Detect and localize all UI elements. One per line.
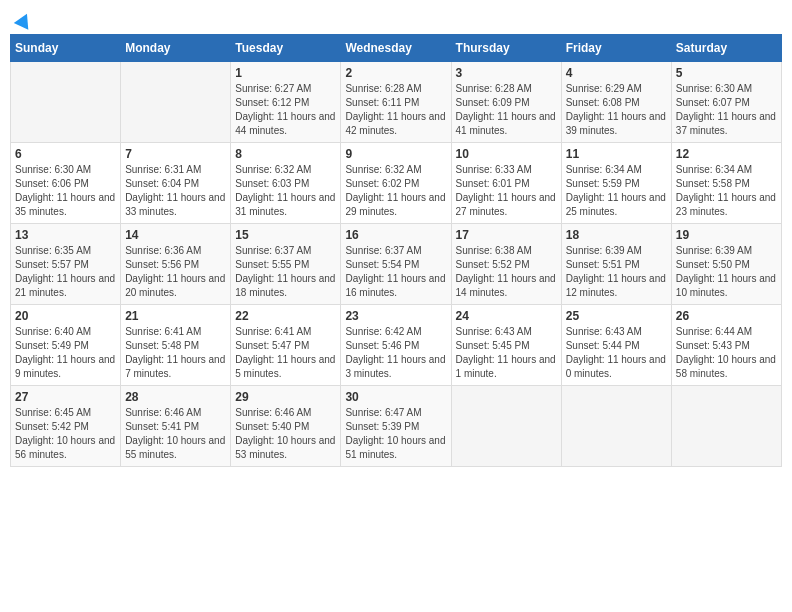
calendar-cell: 15Sunrise: 6:37 AMSunset: 5:55 PMDayligh… [231,223,341,304]
day-number: 13 [15,228,116,242]
day-number: 5 [676,66,777,80]
calendar-cell [561,385,671,466]
day-number: 28 [125,390,226,404]
day-header-friday: Friday [561,34,671,61]
day-number: 27 [15,390,116,404]
cell-content: Sunrise: 6:37 AMSunset: 5:55 PMDaylight:… [235,244,336,300]
calendar-cell: 21Sunrise: 6:41 AMSunset: 5:48 PMDayligh… [121,304,231,385]
cell-content: Sunrise: 6:46 AMSunset: 5:40 PMDaylight:… [235,406,336,462]
day-number: 3 [456,66,557,80]
cell-content: Sunrise: 6:37 AMSunset: 5:54 PMDaylight:… [345,244,446,300]
calendar-cell: 20Sunrise: 6:40 AMSunset: 5:49 PMDayligh… [11,304,121,385]
cell-content: Sunrise: 6:29 AMSunset: 6:08 PMDaylight:… [566,82,667,138]
calendar-cell: 23Sunrise: 6:42 AMSunset: 5:46 PMDayligh… [341,304,451,385]
calendar-cell: 3Sunrise: 6:28 AMSunset: 6:09 PMDaylight… [451,61,561,142]
cell-content: Sunrise: 6:36 AMSunset: 5:56 PMDaylight:… [125,244,226,300]
day-number: 12 [676,147,777,161]
cell-content: Sunrise: 6:44 AMSunset: 5:43 PMDaylight:… [676,325,777,381]
logo [14,10,32,26]
cell-content: Sunrise: 6:35 AMSunset: 5:57 PMDaylight:… [15,244,116,300]
cell-content: Sunrise: 6:39 AMSunset: 5:50 PMDaylight:… [676,244,777,300]
cell-content: Sunrise: 6:32 AMSunset: 6:03 PMDaylight:… [235,163,336,219]
day-number: 16 [345,228,446,242]
calendar-cell: 28Sunrise: 6:46 AMSunset: 5:41 PMDayligh… [121,385,231,466]
calendar-cell: 2Sunrise: 6:28 AMSunset: 6:11 PMDaylight… [341,61,451,142]
calendar-cell: 17Sunrise: 6:38 AMSunset: 5:52 PMDayligh… [451,223,561,304]
day-header-sunday: Sunday [11,34,121,61]
day-number: 17 [456,228,557,242]
cell-content: Sunrise: 6:27 AMSunset: 6:12 PMDaylight:… [235,82,336,138]
cell-content: Sunrise: 6:40 AMSunset: 5:49 PMDaylight:… [15,325,116,381]
calendar-cell: 8Sunrise: 6:32 AMSunset: 6:03 PMDaylight… [231,142,341,223]
day-number: 6 [15,147,116,161]
calendar-cell [121,61,231,142]
calendar-cell [11,61,121,142]
day-number: 2 [345,66,446,80]
cell-content: Sunrise: 6:47 AMSunset: 5:39 PMDaylight:… [345,406,446,462]
logo-triangle-icon [14,10,34,29]
day-header-thursday: Thursday [451,34,561,61]
calendar-cell [671,385,781,466]
calendar-header-row: SundayMondayTuesdayWednesdayThursdayFrid… [11,34,782,61]
cell-content: Sunrise: 6:46 AMSunset: 5:41 PMDaylight:… [125,406,226,462]
calendar-table: SundayMondayTuesdayWednesdayThursdayFrid… [10,34,782,467]
cell-content: Sunrise: 6:43 AMSunset: 5:44 PMDaylight:… [566,325,667,381]
cell-content: Sunrise: 6:42 AMSunset: 5:46 PMDaylight:… [345,325,446,381]
cell-content: Sunrise: 6:34 AMSunset: 5:58 PMDaylight:… [676,163,777,219]
calendar-cell: 5Sunrise: 6:30 AMSunset: 6:07 PMDaylight… [671,61,781,142]
day-number: 15 [235,228,336,242]
cell-content: Sunrise: 6:41 AMSunset: 5:48 PMDaylight:… [125,325,226,381]
calendar-cell [451,385,561,466]
day-number: 22 [235,309,336,323]
day-number: 21 [125,309,226,323]
cell-content: Sunrise: 6:45 AMSunset: 5:42 PMDaylight:… [15,406,116,462]
day-number: 26 [676,309,777,323]
day-number: 9 [345,147,446,161]
cell-content: Sunrise: 6:33 AMSunset: 6:01 PMDaylight:… [456,163,557,219]
calendar-cell: 24Sunrise: 6:43 AMSunset: 5:45 PMDayligh… [451,304,561,385]
day-header-wednesday: Wednesday [341,34,451,61]
calendar-cell: 16Sunrise: 6:37 AMSunset: 5:54 PMDayligh… [341,223,451,304]
cell-content: Sunrise: 6:28 AMSunset: 6:11 PMDaylight:… [345,82,446,138]
calendar-cell: 18Sunrise: 6:39 AMSunset: 5:51 PMDayligh… [561,223,671,304]
calendar-cell: 6Sunrise: 6:30 AMSunset: 6:06 PMDaylight… [11,142,121,223]
cell-content: Sunrise: 6:41 AMSunset: 5:47 PMDaylight:… [235,325,336,381]
calendar-cell: 12Sunrise: 6:34 AMSunset: 5:58 PMDayligh… [671,142,781,223]
cell-content: Sunrise: 6:31 AMSunset: 6:04 PMDaylight:… [125,163,226,219]
calendar-cell: 22Sunrise: 6:41 AMSunset: 5:47 PMDayligh… [231,304,341,385]
day-number: 7 [125,147,226,161]
day-header-monday: Monday [121,34,231,61]
day-number: 29 [235,390,336,404]
day-number: 10 [456,147,557,161]
cell-content: Sunrise: 6:32 AMSunset: 6:02 PMDaylight:… [345,163,446,219]
calendar-cell: 4Sunrise: 6:29 AMSunset: 6:08 PMDaylight… [561,61,671,142]
calendar-cell: 19Sunrise: 6:39 AMSunset: 5:50 PMDayligh… [671,223,781,304]
calendar-cell: 11Sunrise: 6:34 AMSunset: 5:59 PMDayligh… [561,142,671,223]
day-header-saturday: Saturday [671,34,781,61]
calendar-cell: 25Sunrise: 6:43 AMSunset: 5:44 PMDayligh… [561,304,671,385]
cell-content: Sunrise: 6:39 AMSunset: 5:51 PMDaylight:… [566,244,667,300]
day-number: 18 [566,228,667,242]
day-number: 4 [566,66,667,80]
calendar-cell: 13Sunrise: 6:35 AMSunset: 5:57 PMDayligh… [11,223,121,304]
calendar-cell: 26Sunrise: 6:44 AMSunset: 5:43 PMDayligh… [671,304,781,385]
calendar-week-4: 20Sunrise: 6:40 AMSunset: 5:49 PMDayligh… [11,304,782,385]
day-number: 8 [235,147,336,161]
cell-content: Sunrise: 6:34 AMSunset: 5:59 PMDaylight:… [566,163,667,219]
calendar-week-5: 27Sunrise: 6:45 AMSunset: 5:42 PMDayligh… [11,385,782,466]
calendar-week-2: 6Sunrise: 6:30 AMSunset: 6:06 PMDaylight… [11,142,782,223]
day-number: 11 [566,147,667,161]
page-header [10,10,782,26]
cell-content: Sunrise: 6:38 AMSunset: 5:52 PMDaylight:… [456,244,557,300]
calendar-cell: 1Sunrise: 6:27 AMSunset: 6:12 PMDaylight… [231,61,341,142]
day-number: 1 [235,66,336,80]
day-number: 14 [125,228,226,242]
calendar-cell: 9Sunrise: 6:32 AMSunset: 6:02 PMDaylight… [341,142,451,223]
calendar-cell: 27Sunrise: 6:45 AMSunset: 5:42 PMDayligh… [11,385,121,466]
day-number: 23 [345,309,446,323]
calendar-week-3: 13Sunrise: 6:35 AMSunset: 5:57 PMDayligh… [11,223,782,304]
day-number: 30 [345,390,446,404]
calendar-cell: 10Sunrise: 6:33 AMSunset: 6:01 PMDayligh… [451,142,561,223]
calendar-cell: 29Sunrise: 6:46 AMSunset: 5:40 PMDayligh… [231,385,341,466]
day-number: 25 [566,309,667,323]
